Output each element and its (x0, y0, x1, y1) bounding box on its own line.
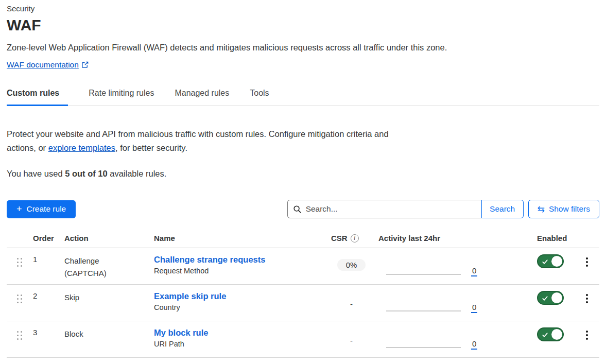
csr-empty: - (350, 296, 353, 308)
drag-handle[interactable] (7, 321, 26, 357)
activity-sparkline (386, 274, 461, 275)
toggle-knob (551, 292, 562, 303)
activity-count-link[interactable]: 0 (471, 266, 477, 276)
check-icon (542, 258, 548, 267)
rule-order: 3 (26, 321, 58, 357)
drag-handle[interactable] (7, 248, 26, 284)
enabled-toggle[interactable] (537, 254, 564, 268)
usage-suffix: available rules. (108, 169, 167, 178)
rule-order: 2 (26, 285, 58, 321)
header-enabled: Enabled (530, 230, 574, 248)
header-action: Action (58, 230, 147, 248)
kebab-menu-button[interactable] (574, 285, 599, 321)
search-button[interactable]: Search (481, 200, 524, 218)
tab-custom-rules[interactable]: Custom rules (7, 85, 68, 106)
info-icon[interactable]: i (351, 234, 359, 242)
table-row: 2 Skip Example skip rule Country - 0 (7, 285, 599, 321)
breadcrumb-security: Security (7, 4, 599, 13)
enabled-toggle[interactable] (537, 291, 564, 305)
rules-table: Order Action Name CSRi Activity last 24h… (7, 230, 599, 358)
intro-text-after: , for better security. (115, 143, 187, 152)
search-icon (293, 205, 302, 214)
rule-action: Challenge (CAPTCHA) (58, 248, 147, 284)
table-header-row: Order Action Name CSRi Activity last 24h… (7, 230, 599, 248)
rule-order: 1 (26, 248, 58, 284)
activity-sparkline (386, 347, 461, 348)
table-row: 3 Block My block rule URI Path - 0 (7, 321, 599, 358)
csr-badge: 0% (337, 259, 366, 271)
activity-count-link[interactable]: 0 (471, 339, 477, 350)
header-menu-spacer (574, 230, 599, 248)
page-description: Zone-level Web Application Firewall (WAF… (7, 43, 599, 53)
page-title: WAF (7, 16, 599, 34)
drag-handle[interactable] (7, 285, 26, 321)
create-rule-label: Create rule (27, 204, 66, 214)
toggle-knob (551, 329, 562, 340)
header-name: Name (147, 230, 324, 248)
kebab-menu-button[interactable] (574, 321, 599, 357)
rule-field: Country (154, 303, 324, 311)
waf-documentation-link[interactable]: WAF documentation (7, 60, 79, 69)
activity-sparkline (386, 310, 461, 311)
header-order: Order (26, 230, 58, 248)
tab-managed-rules[interactable]: Managed rules (175, 85, 229, 106)
rule-field: URI Path (154, 340, 324, 348)
search-input[interactable] (306, 204, 476, 214)
csr-empty: - (350, 332, 353, 345)
rule-action: Skip (58, 285, 147, 321)
check-icon (542, 331, 548, 340)
toggle-knob (551, 256, 562, 267)
rule-action: Block (58, 321, 147, 357)
table-row: 1 Challenge (CAPTCHA) Challenge strange … (7, 248, 599, 285)
show-filters-label: Show filters (549, 204, 590, 214)
explore-templates-link[interactable]: explore templates (48, 143, 115, 152)
tab-bar: Custom rules Rate limiting rules Managed… (7, 85, 599, 106)
header-spacer (487, 230, 530, 248)
header-handle-spacer (7, 230, 26, 248)
rule-name-link[interactable]: Example skip rule (154, 291, 226, 301)
header-csr: CSRi (324, 230, 378, 248)
waf-page: Security WAF Zone-level Web Application … (0, 0, 606, 358)
rule-name-link[interactable]: My block rule (154, 328, 208, 338)
enabled-toggle[interactable] (537, 327, 564, 341)
external-link-icon (81, 61, 89, 71)
usage-summary: You have used 5 out of 10 available rule… (7, 169, 599, 179)
check-icon (542, 294, 548, 304)
rule-name-link[interactable]: Challenge strange requests (154, 255, 265, 265)
swap-arrows-icon: ⇆ (538, 205, 545, 214)
rule-field: Request Method (154, 267, 324, 275)
activity-count-link[interactable]: 0 (471, 303, 477, 313)
create-rule-button[interactable]: + Create rule (7, 200, 76, 218)
plus-icon: + (16, 204, 22, 214)
header-csr-label: CSR (331, 234, 348, 242)
search-box (287, 200, 482, 218)
tab-rate-limiting-rules[interactable]: Rate limiting rules (89, 85, 154, 106)
show-filters-button[interactable]: ⇆ Show filters (528, 200, 599, 218)
tab-tools[interactable]: Tools (250, 85, 269, 106)
kebab-menu-button[interactable] (574, 248, 599, 284)
usage-prefix: You have used (7, 169, 65, 178)
header-activity: Activity last 24hr (378, 230, 487, 248)
usage-count: 5 out of 10 (65, 169, 108, 178)
rules-toolbar: + Create rule Search ⇆ Show filters (7, 200, 599, 218)
intro-paragraph: Protect your website and API from malici… (7, 127, 390, 155)
